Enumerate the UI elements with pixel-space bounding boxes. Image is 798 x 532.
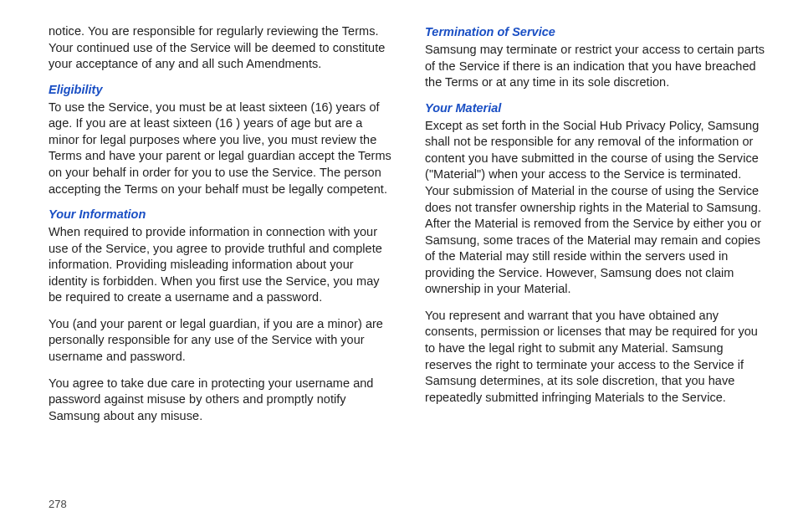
heading-your-material: Your Material	[425, 101, 768, 115]
your-material-p1: Except as set forth in the Social Hub Pr…	[425, 118, 768, 298]
eligibility-body: To use the Service, you must be at least…	[49, 100, 391, 197]
your-information-p1: When required to provide information in …	[49, 224, 391, 306]
page-number: 278	[49, 498, 67, 510]
heading-your-information: Your Information	[49, 207, 391, 221]
termination-body: Samsung may terminate or restrict your a…	[425, 42, 768, 91]
right-column: Termination of Service Samsung may termi…	[425, 23, 768, 434]
heading-eligibility: Eligibility	[49, 83, 391, 96]
your-information-p2: You (and your parent or legal guardian, …	[49, 316, 391, 366]
your-material-p2: You represent and warrant that you have …	[425, 308, 768, 406]
left-column: notice. You are responsible for regularl…	[49, 23, 391, 434]
page-columns: notice. You are responsible for regularl…	[49, 23, 768, 434]
heading-termination: Termination of Service	[425, 25, 768, 38]
intro-paragraph: notice. You are responsible for regularl…	[49, 23, 391, 73]
your-information-p3: You agree to take due care in protecting…	[49, 376, 391, 425]
